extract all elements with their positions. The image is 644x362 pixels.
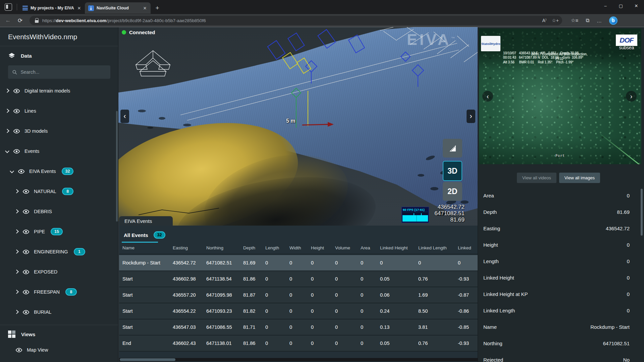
mode-3d-button[interactable]: 3D: [443, 161, 462, 181]
horizontal-scrollbar[interactable]: [119, 358, 478, 361]
column-header[interactable]: Linked Length: [418, 245, 458, 250]
tree-item[interactable]: ENGINEERING 1: [0, 242, 118, 262]
previous-media-button[interactable]: ‹: [482, 91, 493, 102]
eye-icon[interactable]: [15, 347, 22, 354]
next-media-button[interactable]: ›: [626, 91, 637, 102]
map-pan-right-button[interactable]: ›: [467, 110, 475, 123]
sidebar-item-map-view[interactable]: Map View: [0, 341, 118, 359]
property-row: Rejected No: [478, 352, 638, 362]
chevron-icon[interactable]: [5, 109, 9, 113]
eye-icon[interactable]: [22, 228, 30, 235]
tree-item[interactable]: Events: [0, 141, 118, 161]
add-favorite-icon[interactable]: ☆+: [552, 18, 559, 23]
data-section-header[interactable]: Data: [0, 46, 118, 61]
eye-icon[interactable]: [13, 128, 20, 135]
slope-tool-button[interactable]: [443, 139, 462, 158]
property-label: Depth: [483, 209, 497, 215]
eye-icon[interactable]: [22, 188, 30, 195]
tab-all-events[interactable]: All Events: [124, 232, 148, 238]
tree-item[interactable]: EXPOSED: [0, 262, 118, 282]
address-bar[interactable]: https://dev-webclient.eiva.com/project/b…: [30, 16, 562, 25]
eye-icon[interactable]: [18, 168, 25, 175]
tree-item[interactable]: PIPE 15: [0, 222, 118, 242]
column-header[interactable]: Linked: [458, 245, 478, 250]
column-header[interactable]: Length: [265, 245, 289, 250]
chevron-icon[interactable]: [14, 310, 19, 314]
column-header[interactable]: Name: [122, 245, 173, 250]
eye-icon[interactable]: [22, 309, 30, 316]
table-row[interactable]: Start436554.22 6471093.2381.82 00 00 00.…: [119, 303, 478, 319]
tree-item[interactable]: NATURAL 8: [0, 181, 118, 201]
column-header[interactable]: Height: [311, 245, 335, 250]
view-all-images-button[interactable]: View all images: [559, 173, 600, 183]
view-all-videos-button[interactable]: View all videos: [517, 173, 556, 183]
eye-icon[interactable]: [22, 289, 30, 296]
tree-item[interactable]: EIVA Events 32: [0, 161, 118, 181]
sidebar-scrollbar[interactable]: [116, 111, 118, 222]
tree-item[interactable]: Lines: [0, 101, 118, 121]
map-pan-left-button[interactable]: ‹: [120, 110, 129, 123]
column-header[interactable]: Depth: [243, 245, 265, 250]
tree-item[interactable]: DEBRIS: [0, 201, 118, 222]
eye-icon[interactable]: [13, 148, 20, 155]
bing-copilot-icon[interactable]: b: [609, 16, 618, 25]
tree-item[interactable]: BURIAL: [0, 302, 118, 322]
browser-tab-my-eiva[interactable]: My projects - My EIVA ✕: [19, 2, 85, 14]
chevron-icon[interactable]: [5, 129, 9, 133]
eye-icon[interactable]: [13, 108, 20, 115]
eye-icon[interactable]: [22, 268, 30, 276]
chevron-icon[interactable]: [5, 149, 9, 153]
event-video-frame[interactable]: StatoilHydro DOF subsea 10/10/07 436543.…: [479, 28, 641, 164]
column-header[interactable]: Area: [361, 245, 380, 250]
table-row[interactable]: Start436557.20 6471095.9881.87 00 00 00.…: [119, 287, 478, 303]
search-input[interactable]: [20, 69, 106, 75]
chevron-icon[interactable]: [14, 209, 19, 214]
column-header[interactable]: Linked Height: [380, 245, 418, 250]
favorites-bar-icon[interactable]: ☆≡: [571, 17, 578, 23]
more-menu-icon[interactable]: …: [597, 18, 602, 23]
reload-button[interactable]: ⟳: [15, 16, 25, 25]
maximize-button[interactable]: ▢: [613, 0, 629, 11]
chevron-icon[interactable]: [14, 290, 19, 294]
read-aloud-icon[interactable]: A⁾: [542, 18, 546, 23]
eye-icon[interactable]: [13, 87, 20, 95]
new-tab-button[interactable]: +: [153, 3, 162, 13]
tree-item[interactable]: 3D models: [0, 121, 118, 141]
chevron-icon[interactable]: [10, 169, 14, 173]
chevron-icon[interactable]: [14, 249, 19, 254]
tree-item[interactable]: FREESPAN 8: [0, 282, 118, 302]
table-row[interactable]: Start436547.03 6471086.5581.71 00 00 00.…: [119, 319, 478, 336]
column-header[interactable]: Volume: [335, 245, 361, 250]
back-button[interactable]: ←: [3, 16, 13, 25]
close-icon[interactable]: ✕: [142, 5, 148, 11]
events-panel-tab[interactable]: EIVA Events: [119, 216, 173, 226]
table-row[interactable]: End436602.43 6471138.0181.86 00 00 00.05…: [119, 336, 478, 352]
url-text[interactable]: https://dev-webclient.eiva.com/project/b…: [42, 18, 542, 23]
chevron-icon[interactable]: [5, 88, 9, 93]
tab-actions-icon[interactable]: [5, 3, 12, 11]
chevron-icon[interactable]: [14, 189, 19, 193]
eye-icon[interactable]: [22, 248, 30, 255]
search-box[interactable]: [8, 65, 110, 79]
column-header[interactable]: Width: [289, 245, 311, 250]
mode-2d-button[interactable]: 2D: [443, 182, 462, 201]
close-icon[interactable]: ✕: [76, 5, 82, 11]
chevron-icon[interactable]: [14, 229, 19, 234]
chevron-icon[interactable]: [14, 269, 19, 274]
views-section-header[interactable]: Views: [0, 325, 118, 341]
browser-tab-navisuite[interactable]: ⭳ NaviSuite Cloud ✕: [85, 2, 151, 14]
column-header[interactable]: Easting: [173, 245, 206, 250]
table-row[interactable]: Start436602.98 6471138.5481.86 00 00 00.…: [119, 271, 478, 287]
tree-item-label: FREESPAN: [34, 289, 60, 295]
minimize-button[interactable]: –: [598, 0, 613, 11]
map-3d-view[interactable]: Connected EIVA™ ‹ › 5 m 3D 2D: [118, 27, 478, 362]
column-header[interactable]: Northing: [206, 245, 243, 250]
eye-icon[interactable]: [22, 208, 30, 215]
vertical-scrollbar[interactable]: [641, 189, 643, 236]
close-window-button[interactable]: ✕: [629, 0, 644, 11]
tree-item[interactable]: Digital terrain models: [0, 81, 118, 101]
property-label: Rejected: [483, 357, 503, 362]
table-row[interactable]: Rockdump - Start436542.72 6471082.5181.6…: [119, 255, 478, 271]
scrollbar-thumb[interactable]: [120, 358, 175, 361]
collections-icon[interactable]: ⧉: [586, 17, 589, 23]
